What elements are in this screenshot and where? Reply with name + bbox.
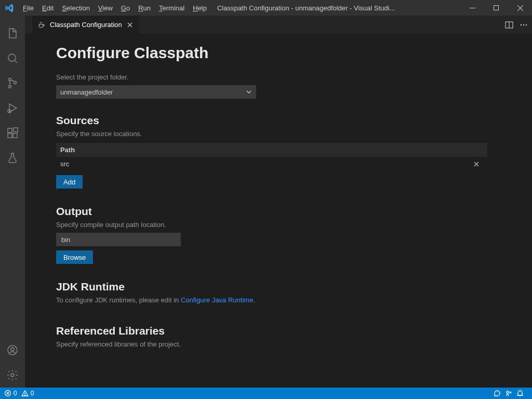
svg-point-17	[523, 24, 525, 25]
browse-button[interactable]: Browse	[56, 250, 93, 264]
svg-point-16	[521, 24, 522, 25]
explorer-icon[interactable]	[0, 21, 25, 46]
source-control-icon[interactable]	[0, 71, 25, 96]
maximize-button[interactable]	[484, 0, 508, 16]
run-debug-icon[interactable]	[0, 96, 25, 121]
extensions-icon[interactable]	[0, 121, 25, 145]
configure-java-runtime-link[interactable]: Configure Java Runtime	[181, 296, 253, 304]
output-heading: Output	[56, 205, 532, 218]
svg-point-3	[9, 78, 11, 81]
menu-bar: File Edit Selection View Go Run Terminal…	[19, 4, 211, 12]
split-editor-icon[interactable]	[505, 21, 513, 29]
page-title: Configure Classpath	[56, 44, 532, 62]
editor-content: Configure Classpath Select the project f…	[25, 34, 532, 388]
close-tab-icon[interactable]	[126, 21, 134, 29]
svg-point-18	[526, 24, 527, 25]
svg-rect-9	[13, 134, 17, 138]
svg-rect-1	[494, 5, 498, 10]
menu-run[interactable]: Run	[134, 4, 155, 12]
tab-bar: Classpath Configuration	[25, 16, 532, 34]
vscode-logo-icon	[4, 3, 14, 12]
tab-label: Classpath Configuration	[50, 21, 122, 29]
jdk-heading: JDK Runtime	[56, 281, 532, 293]
menu-go[interactable]: Go	[117, 4, 134, 12]
svg-point-21	[24, 395, 25, 395]
libs-heading: Referenced Libraries	[56, 325, 532, 337]
title-bar: File Edit Selection View Go Run Terminal…	[0, 0, 532, 16]
menu-edit[interactable]: Edit	[38, 4, 58, 12]
menu-selection[interactable]: Selection	[58, 4, 94, 12]
sources-row-value: src	[60, 160, 69, 168]
settings-gear-icon[interactable]	[0, 363, 25, 388]
window-title: Classpath Configuration - unmanagedfolde…	[211, 4, 460, 12]
editor-area: Classpath Configuration Configure Classp…	[25, 16, 532, 388]
menu-terminal[interactable]: Terminal	[155, 4, 189, 12]
close-window-button[interactable]	[508, 0, 532, 16]
delete-row-icon[interactable]	[473, 161, 483, 168]
project-select[interactable]: unmanagedfolder	[56, 85, 256, 99]
search-icon[interactable]	[0, 46, 25, 71]
more-actions-icon[interactable]	[520, 21, 528, 29]
svg-rect-7	[8, 128, 12, 132]
sources-table: Path src	[56, 143, 487, 171]
svg-rect-0	[470, 8, 475, 8]
window-controls	[460, 0, 532, 16]
status-feedback2-icon[interactable]	[505, 390, 512, 397]
sources-row[interactable]: src	[56, 157, 487, 171]
sources-heading: Sources	[56, 114, 532, 127]
status-errors[interactable]: 0	[4, 390, 17, 397]
sources-col-path: Path	[56, 143, 487, 157]
svg-point-12	[11, 348, 14, 351]
svg-rect-8	[8, 134, 12, 138]
chevron-down-icon	[246, 89, 252, 95]
svg-point-13	[11, 374, 14, 377]
menu-help[interactable]: Help	[189, 4, 211, 12]
svg-point-22	[507, 391, 509, 393]
project-select-value: unmanagedfolder	[60, 88, 113, 96]
tab-classpath-configuration[interactable]: Classpath Configuration	[32, 16, 139, 34]
add-source-button[interactable]: Add	[56, 175, 83, 189]
menu-view[interactable]: View	[94, 4, 117, 12]
svg-point-4	[9, 86, 11, 88]
output-path-input[interactable]: bin	[56, 233, 181, 246]
output-desc: Specify compile output path location.	[56, 221, 532, 229]
libs-desc: Specify referenced libraries of the proj…	[56, 340, 532, 348]
status-bell-icon[interactable]	[516, 390, 524, 397]
testing-icon[interactable]	[0, 145, 25, 170]
menu-file[interactable]: File	[19, 4, 38, 12]
accounts-icon[interactable]	[0, 338, 25, 363]
activity-bar	[0, 16, 25, 388]
status-feedback-icon[interactable]	[494, 390, 501, 397]
status-bar: 0 0	[0, 388, 532, 399]
sources-desc: Specify the source locations.	[56, 130, 532, 138]
svg-point-5	[14, 82, 17, 84]
minimize-button[interactable]	[460, 0, 484, 16]
svg-rect-10	[14, 128, 18, 132]
jdk-desc: To configure JDK runtimes, please edit i…	[56, 296, 532, 304]
status-warnings[interactable]: 0	[21, 390, 34, 397]
java-icon	[37, 21, 46, 29]
project-label: Select the project folder.	[56, 73, 532, 81]
svg-point-2	[8, 54, 16, 61]
